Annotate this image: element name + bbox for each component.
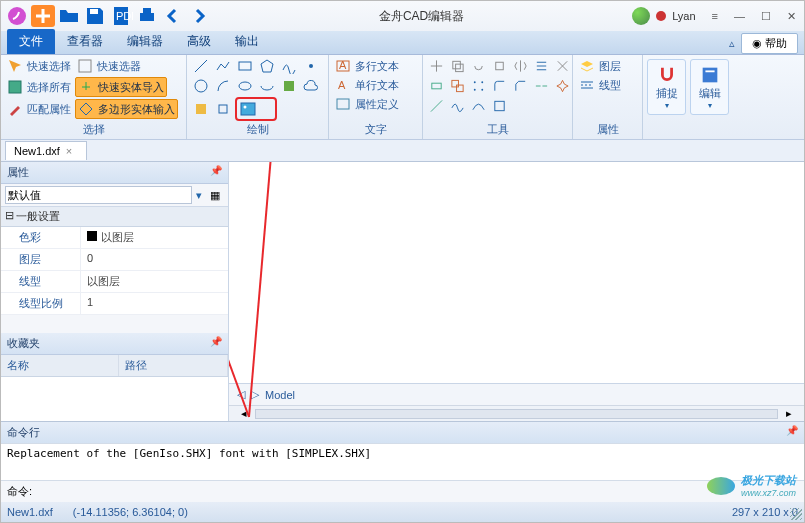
dropdown-icon[interactable]: ▾ [192,189,206,202]
polygon-tool-icon[interactable] [257,57,277,75]
ellipse-tool-icon[interactable] [235,77,255,95]
fav-col-path[interactable]: 路径 [119,355,228,376]
resize-handle-icon[interactable] [790,508,802,520]
status-coords: (-14.11356; 6.36104; 0) [73,506,188,518]
menutab-file[interactable]: 文件 [7,29,55,54]
filter-icon[interactable]: ▦ [206,189,224,202]
layer-button[interactable]: 图层 [577,57,638,75]
ellipse-arc-tool-icon[interactable] [257,77,277,95]
properties-selector[interactable] [5,186,192,204]
align-tool-icon[interactable] [532,57,551,75]
menutab-output[interactable]: 输出 [223,29,271,54]
svg-rect-34 [702,68,717,83]
extend-tool-icon[interactable] [427,77,446,95]
avatar [632,7,650,25]
circle-tool-icon[interactable] [191,77,211,95]
spline-tool-icon[interactable] [279,57,299,75]
box-tool-icon[interactable] [213,97,233,121]
line-tool-icon[interactable] [191,57,211,75]
close-icon[interactable]: ✕ [783,10,800,23]
drawing-canvas[interactable]: ◁▷Model ◂▸ [229,162,804,421]
quick-import-button[interactable]: 快速实体导入 [75,77,167,97]
attdef-button[interactable]: 属性定义 [333,95,418,113]
text-button[interactable]: A单行文本 [333,76,418,94]
rect-tool-icon[interactable] [235,57,255,75]
user-info[interactable]: Lyan [632,7,695,25]
prop-layer-value[interactable]: 0 [81,249,228,270]
svg-rect-9 [239,62,251,70]
collapse-icon[interactable]: ⊟ [5,209,14,224]
menutab-editor[interactable]: 编辑器 [115,29,175,54]
help-button[interactable]: ◉ 帮助 [741,33,798,54]
point-tool-icon[interactable] [301,57,321,75]
edit-button[interactable]: 编辑▾ [690,59,729,115]
undo-icon[interactable] [161,5,185,27]
cloud-tool-icon[interactable] [301,77,321,95]
scale-tool-icon[interactable] [490,57,509,75]
menu-icon[interactable]: ≡ [708,10,722,22]
linetype-button[interactable]: 线型 [577,76,638,94]
break-tool-icon[interactable] [532,77,551,95]
svg-point-31 [474,89,476,91]
command-input[interactable] [38,486,798,498]
quick-filter-button[interactable]: 快速选器 [75,57,143,75]
print-icon[interactable] [135,5,159,27]
pin-icon[interactable]: 📌 [210,336,222,351]
group-label-props: 属性 [577,121,638,137]
image-tool-icon[interactable] [238,100,274,118]
trim-tool-icon[interactable] [553,57,572,75]
mirror-tool-icon[interactable] [511,57,530,75]
pdf-export-icon[interactable]: PDF [109,5,133,27]
offset-tool-icon[interactable] [448,77,467,95]
redo-icon[interactable] [187,5,211,27]
fav-col-name[interactable]: 名称 [1,355,119,376]
doc-tab-close-icon[interactable]: × [66,145,72,157]
h-scrollbar[interactable]: ◂▸ [229,405,804,421]
hatch-tool-icon[interactable] [279,77,299,95]
move-tool-icon[interactable] [427,57,446,75]
ribbon-collapse-icon[interactable]: ▵ [729,37,735,50]
new-file-icon[interactable] [31,5,55,27]
svg-rect-26 [432,83,441,89]
pin-icon[interactable]: 📌 [786,425,798,440]
model-tab[interactable]: Model [265,389,295,401]
quick-select-button[interactable]: 快速选择 [5,57,73,75]
minimize-icon[interactable]: — [730,10,749,22]
edit-hatch-tool-icon[interactable] [490,97,509,115]
svg-rect-1 [90,9,98,14]
svg-line-37 [249,162,273,417]
array-tool-icon[interactable] [469,77,488,95]
doc-tab-label: New1.dxf [14,145,60,157]
prop-color-value[interactable]: 以图层 [81,227,228,248]
open-folder-icon[interactable] [57,5,81,27]
svg-rect-28 [457,85,464,92]
model-tab-nav-icon[interactable]: ▷ [251,388,259,401]
select-all-button[interactable]: 选择所有 [5,77,73,97]
block-tool-icon[interactable] [191,97,211,121]
svg-line-36 [229,162,249,417]
polyline-tool-icon[interactable] [213,57,233,75]
edit-spline-tool-icon[interactable] [469,97,488,115]
menutab-viewer[interactable]: 查看器 [55,29,115,54]
copy-tool-icon[interactable] [448,57,467,75]
measure-tool-icon[interactable] [427,97,446,115]
rotate-tool-icon[interactable] [469,57,488,75]
menutab-advanced[interactable]: 高级 [175,29,223,54]
fillet-tool-icon[interactable] [490,77,509,95]
svg-rect-25 [496,62,504,70]
prop-linetype-value[interactable]: 以图层 [81,271,228,292]
save-icon[interactable] [83,5,107,27]
arc-tool-icon[interactable] [213,77,233,95]
model-tab-nav-icon[interactable]: ◁ [237,388,245,401]
mtext-button[interactable]: A多行文本 [333,57,418,75]
snap-button[interactable]: 捕捉▾ [647,59,686,115]
explode-tool-icon[interactable] [553,77,572,95]
pin-icon[interactable]: 📌 [210,165,222,180]
edit-pline-tool-icon[interactable] [448,97,467,115]
match-prop-button[interactable]: 匹配属性 [5,99,73,119]
doc-tab-active[interactable]: New1.dxf × [5,141,87,160]
prop-ltscale-value[interactable]: 1 [81,293,228,314]
chamfer-tool-icon[interactable] [511,77,530,95]
polygon-input-button[interactable]: 多边形实体输入 [75,99,178,119]
maximize-icon[interactable]: ☐ [757,10,775,23]
